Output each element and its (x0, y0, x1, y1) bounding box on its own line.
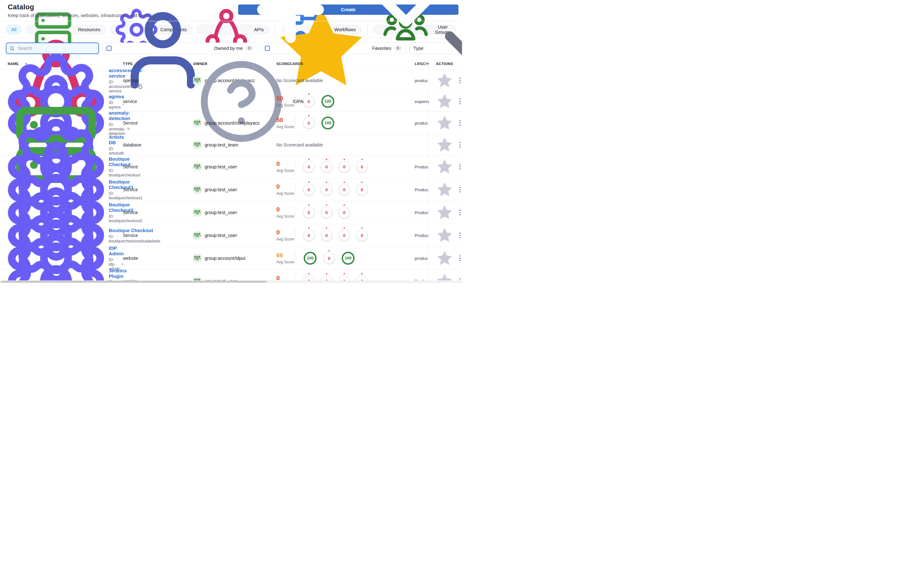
group-icon (193, 231, 201, 239)
scorecard-ring: 0 (357, 230, 367, 241)
avg-score-label: Avg Score (276, 260, 295, 264)
avg-score-value: 0 (276, 206, 295, 213)
copy-icon[interactable] (122, 263, 124, 266)
plus-icon (242, 0, 339, 58)
divider (295, 229, 296, 242)
avg-score-value: 0 (276, 184, 295, 190)
type-cell: Service (118, 210, 192, 215)
owner-text: group:test_user (205, 164, 237, 169)
owner-cell: IDPAdmin (192, 53, 274, 150)
column-header-scorecards: SCORECARDS (274, 62, 415, 66)
entity-name-link[interactable]: anomaly-detection (109, 110, 130, 121)
entity-name-link[interactable]: IDP Admin (109, 245, 124, 256)
owned-by-me-filter[interactable]: Owned by me 0 (102, 42, 257, 54)
scorecards-cell: No Scorecard available (274, 142, 415, 148)
type-cell: openapi (118, 78, 192, 83)
copy-icon[interactable] (123, 104, 124, 105)
favorite-star-icon[interactable] (436, 136, 453, 154)
avg-score-value: 50 (276, 95, 295, 102)
no-scorecard-text: No Scorecard available (276, 142, 323, 148)
favorite-star-icon[interactable] (436, 227, 453, 244)
group-icon (193, 119, 201, 127)
favorite-star-icon[interactable] (436, 204, 453, 221)
search-input[interactable] (6, 42, 99, 54)
avg-score-label: Avg Score (276, 214, 295, 218)
favorite-star-icon[interactable] (436, 158, 453, 175)
lifecycle-cell: produc (415, 78, 429, 83)
group-icon (193, 208, 201, 217)
entity-id-text: ID: artistsdb (109, 146, 124, 155)
kebab-menu-icon[interactable] (458, 141, 462, 149)
owner-cell: group:test_user (192, 231, 274, 239)
scorecard-ring-value: 0 (308, 121, 310, 126)
avg-score: 0Avg Score (276, 229, 295, 241)
scorecard-rings: 0100 (304, 117, 334, 129)
type-cell: database (118, 142, 192, 148)
kebab-menu-icon[interactable] (458, 231, 462, 239)
entity-id-text: ID: boutiquecheckout (109, 169, 140, 178)
divider (295, 160, 296, 173)
lifecycle-cell: Produc (415, 233, 429, 238)
kebab-menu-icon[interactable] (458, 254, 462, 262)
actions-cell (429, 224, 462, 247)
scrollbar-thumb[interactable] (1, 281, 267, 283)
actions-cell (429, 247, 462, 269)
scorecard-rings: 0000 (304, 185, 367, 195)
owner-cell: group:test_user (192, 208, 274, 217)
catalog-table: NAME ▲ TYPE OWNER SCORECARDS LIFECYC ACT… (0, 58, 462, 283)
kebab-menu-icon[interactable] (458, 76, 462, 85)
scorecard-ring-value: 0 (361, 233, 363, 238)
tab-resources-label: Resources (78, 27, 100, 32)
owned-by-me-checkbox[interactable] (106, 46, 112, 51)
kebab-menu-icon[interactable] (458, 119, 462, 127)
actions-cell (429, 70, 462, 91)
lifecycle-cell: produc (415, 256, 429, 261)
entity-name-link[interactable]: Boutique Checkout (109, 227, 162, 233)
scorecard-ring-value: 100 (307, 256, 314, 260)
scorecard-rings: 1000100 (304, 252, 354, 265)
scorecards-cell: No Scorecard available (274, 78, 415, 83)
group-icon (193, 254, 201, 262)
scorecard-rings: 0000 (304, 162, 367, 172)
entity-id: ID: boutiquecheckout1 (109, 191, 144, 200)
divider (295, 252, 296, 265)
divider (295, 117, 296, 129)
column-header-type: TYPE (118, 62, 192, 66)
avg-score: 66Avg Score (276, 252, 295, 264)
favorite-star-icon[interactable] (436, 250, 453, 267)
favorite-star-icon[interactable] (436, 114, 453, 132)
favorite-star-icon[interactable] (436, 72, 453, 89)
owner-cell: group:test_team (192, 141, 274, 149)
scorecard-ring: 0 (304, 207, 314, 218)
owner-text: group:test_user (205, 233, 237, 238)
favorite-star-icon[interactable] (436, 93, 453, 110)
kebab-menu-icon[interactable] (458, 208, 462, 217)
copy-icon[interactable] (137, 83, 143, 89)
horizontal-scrollbar[interactable] (0, 280, 462, 283)
tab-all-label: All (11, 27, 16, 32)
avg-score: 0Avg Score (276, 206, 295, 218)
catalog-page: Catalog Keep track of applications, serv… (0, 0, 462, 283)
type-cell: Service (118, 233, 192, 238)
avg-score-value: 0 (276, 161, 295, 167)
create-button[interactable]: Create (238, 5, 459, 15)
column-header-lifecycle: LIFECYC (415, 62, 429, 66)
divider (295, 95, 296, 108)
kebab-menu-icon[interactable] (458, 185, 462, 194)
copy-icon[interactable] (127, 128, 130, 130)
entity-name-link[interactable]: agniva (109, 94, 124, 99)
favorite-star-icon[interactable] (436, 181, 453, 198)
app-header: Catalog Keep track of applications, serv… (0, 0, 462, 21)
scorecard-ring-value: 0 (343, 210, 345, 215)
kebab-menu-icon[interactable] (458, 163, 462, 171)
avg-score-value: 66 (276, 252, 295, 259)
scorecards-cell: 0Avg Score0000 (274, 160, 415, 173)
group-icon (193, 141, 201, 149)
group-icon (193, 163, 201, 171)
type-cell: Service (118, 187, 192, 192)
entity-name-link[interactable]: accesscontrol-service (109, 68, 143, 78)
group-icon (193, 185, 201, 194)
scorecard-ring: 0 (304, 230, 314, 241)
scorecard-ring-value: 100 (325, 99, 332, 104)
kebab-menu-icon[interactable] (458, 97, 462, 105)
